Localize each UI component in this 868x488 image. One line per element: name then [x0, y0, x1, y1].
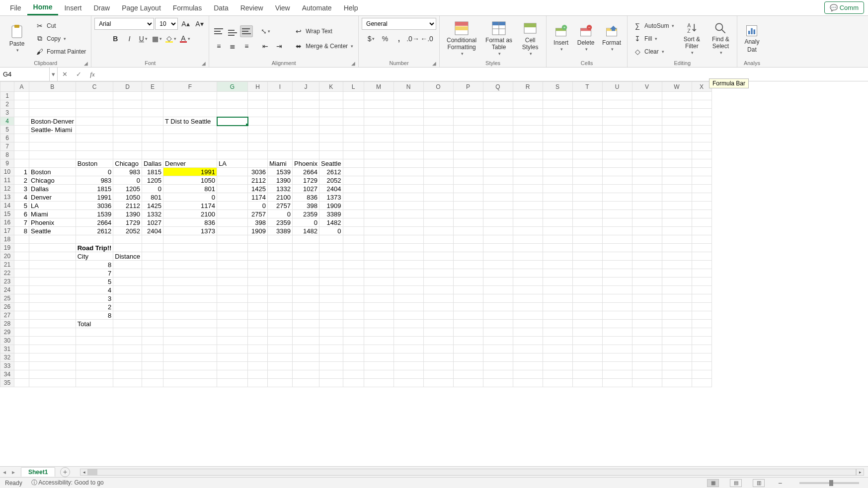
cell-C23[interactable]: 5: [76, 278, 113, 286]
cell-X30[interactable]: [692, 337, 711, 345]
cell-E25[interactable]: [142, 294, 163, 303]
cell-S3[interactable]: [543, 109, 572, 117]
decrease-decimal-button[interactable]: ←.0: [420, 33, 433, 45]
orientation-button[interactable]: ⤡▾: [259, 25, 272, 37]
cell-B7[interactable]: [29, 142, 76, 151]
cell-O8[interactable]: [423, 151, 453, 159]
cell-S22[interactable]: [543, 269, 572, 278]
cell-F25[interactable]: [163, 294, 217, 303]
cell-R13[interactable]: [513, 193, 543, 202]
column-header-Q[interactable]: Q: [483, 82, 513, 92]
cell-M31[interactable]: [364, 345, 394, 353]
cell-W31[interactable]: [662, 345, 692, 353]
cell-B10[interactable]: Boston: [29, 168, 76, 176]
cell-G22[interactable]: [217, 269, 248, 278]
cell-U9[interactable]: [602, 159, 632, 168]
cell-I26[interactable]: [268, 303, 293, 311]
cell-A13[interactable]: 4: [14, 193, 29, 202]
cell-L31[interactable]: [343, 345, 364, 353]
cell-P22[interactable]: [453, 269, 483, 278]
cell-B19[interactable]: [29, 244, 76, 252]
row-header-27[interactable]: 27: [0, 311, 14, 320]
cell-I23[interactable]: [268, 278, 293, 286]
cell-L8[interactable]: [343, 151, 364, 159]
cell-N4[interactable]: [394, 117, 423, 126]
cell-J30[interactable]: [293, 337, 319, 345]
cell-I19[interactable]: [268, 244, 293, 252]
cell-T26[interactable]: [572, 303, 602, 311]
column-header-R[interactable]: R: [513, 82, 543, 92]
cell-L27[interactable]: [343, 311, 364, 320]
row-header-11[interactable]: 11: [0, 176, 14, 185]
cell-U35[interactable]: [602, 379, 632, 387]
cell-M32[interactable]: [364, 353, 394, 362]
cell-J24[interactable]: [293, 286, 319, 294]
cell-J22[interactable]: [293, 269, 319, 278]
cell-P12[interactable]: [453, 185, 483, 193]
cell-K23[interactable]: [319, 278, 343, 286]
cell-F1[interactable]: [163, 92, 217, 100]
cell-V1[interactable]: [632, 92, 662, 100]
cell-X3[interactable]: [692, 109, 711, 117]
delete-cells-button[interactable]: − Delete▾: [574, 19, 597, 58]
cell-C32[interactable]: [76, 353, 113, 362]
cell-I21[interactable]: [268, 261, 293, 269]
cell-S31[interactable]: [543, 345, 572, 353]
increase-indent-button[interactable]: ⇥: [273, 40, 286, 52]
cell-T23[interactable]: [572, 278, 602, 286]
cell-B20[interactable]: [29, 252, 76, 261]
cell-M25[interactable]: [364, 294, 394, 303]
cell-A6[interactable]: [14, 134, 29, 142]
cell-B3[interactable]: [29, 109, 76, 117]
row-header-1[interactable]: 1: [0, 92, 14, 100]
cell-D32[interactable]: [113, 353, 142, 362]
cell-W34[interactable]: [662, 370, 692, 379]
cell-J17[interactable]: 1482: [293, 227, 319, 235]
cell-J10[interactable]: 2664: [293, 168, 319, 176]
cell-L1[interactable]: [343, 92, 364, 100]
cell-N1[interactable]: [394, 92, 423, 100]
cell-S12[interactable]: [543, 185, 572, 193]
cell-V7[interactable]: [632, 142, 662, 151]
cell-J16[interactable]: 0: [293, 218, 319, 227]
cell-C16[interactable]: 2664: [76, 218, 113, 227]
cell-J5[interactable]: [293, 126, 319, 134]
cell-K6[interactable]: [319, 134, 343, 142]
cell-C10[interactable]: 0: [76, 168, 113, 176]
cell-I29[interactable]: [268, 328, 293, 337]
cell-B9[interactable]: [29, 159, 76, 168]
cell-X31[interactable]: [692, 345, 711, 353]
cell-E4[interactable]: [142, 117, 163, 126]
cell-B1[interactable]: [29, 92, 76, 100]
column-header-M[interactable]: M: [364, 82, 394, 92]
cell-U17[interactable]: [602, 227, 632, 235]
column-header-U[interactable]: U: [602, 82, 632, 92]
cell-P2[interactable]: [453, 100, 483, 109]
cell-L5[interactable]: [343, 126, 364, 134]
cell-C12[interactable]: 1815: [76, 185, 113, 193]
cell-M12[interactable]: [364, 185, 394, 193]
cell-G2[interactable]: [217, 100, 248, 109]
cell-W10[interactable]: [662, 168, 692, 176]
cell-C14[interactable]: 3036: [76, 202, 113, 210]
cell-B27[interactable]: [29, 311, 76, 320]
cell-T16[interactable]: [572, 218, 602, 227]
cell-S11[interactable]: [543, 176, 572, 185]
cell-D5[interactable]: [113, 126, 142, 134]
row-header-24[interactable]: 24: [0, 286, 14, 294]
cell-W33[interactable]: [662, 362, 692, 370]
cell-Q28[interactable]: [483, 320, 513, 328]
cell-O6[interactable]: [423, 134, 453, 142]
cell-O20[interactable]: [423, 252, 453, 261]
cell-E35[interactable]: [142, 379, 163, 387]
cell-E19[interactable]: [142, 244, 163, 252]
cell-T18[interactable]: [572, 235, 602, 244]
cell-C1[interactable]: [76, 92, 113, 100]
cell-N12[interactable]: [394, 185, 423, 193]
row-header-23[interactable]: 23: [0, 278, 14, 286]
cell-D31[interactable]: [113, 345, 142, 353]
cell-I22[interactable]: [268, 269, 293, 278]
cell-H9[interactable]: [248, 159, 268, 168]
cell-H15[interactable]: 2757: [248, 210, 268, 218]
column-header-L[interactable]: L: [343, 82, 364, 92]
